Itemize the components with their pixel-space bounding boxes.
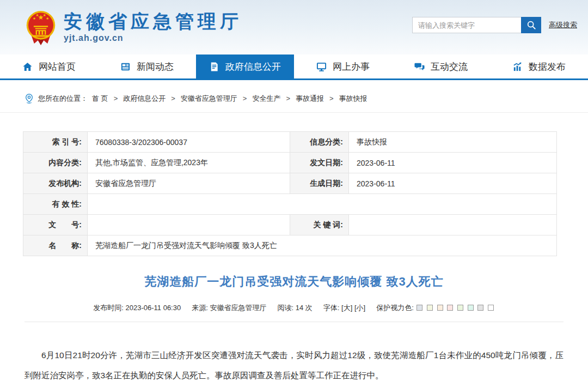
table-row: 发布机构: 安徽省应急管理厅 生成日期: 2023-06-11 — [23, 173, 557, 194]
table-row: 名 称: 芜湖造船厂一龙门吊受强对流天气影响倾覆 致3人死亡 — [23, 235, 557, 256]
search-input[interactable] — [412, 17, 521, 33]
table-row: 有 效 性: — [23, 194, 557, 215]
field-label-validity: 有 效 性: — [23, 194, 88, 215]
chart-icon — [512, 62, 523, 72]
brand-text: 安徽省应急管理厅 yjt.ah.gov.cn — [64, 11, 242, 43]
eye-protection-color-swatch[interactable] — [457, 305, 463, 311]
nav-item-label: 新闻动态 — [137, 61, 174, 73]
svg-text:★: ★ — [36, 13, 39, 17]
site-title: 安徽省应急管理厅 — [64, 11, 242, 32]
breadcrumb-item-gov-info[interactable]: 政府信息公开 — [123, 94, 166, 104]
nav-item-home[interactable]: 网站首页 — [0, 55, 98, 78]
advanced-search-link[interactable]: 高级搜索 — [549, 20, 577, 30]
article-title: 芜湖造船厂一龙门吊受强对流天气影响倾覆 致3人死亡 — [0, 274, 588, 290]
view-count-value: 14 — [296, 304, 303, 312]
content-divider — [24, 322, 564, 322]
document-info-table: 索 引 号: 76080338-3/202306-00037 信息分类: 事故快… — [23, 131, 557, 256]
breadcrumb-prefix: 您所在的位置： — [38, 94, 88, 104]
breadcrumb-item-department[interactable]: 安徽省应急管理厅 — [181, 94, 237, 104]
breadcrumb-separator: > — [114, 94, 118, 102]
field-value-title: 芜湖造船厂一龙门吊受强对流天气影响倾覆 致3人死亡 — [88, 235, 557, 256]
nav-item-interaction[interactable]: 互动交流 — [392, 55, 490, 78]
breadcrumb-item-accident-bulletin[interactable]: 事故快报 — [339, 94, 367, 104]
breadcrumb-item-accident-report[interactable]: 事故通报 — [296, 94, 324, 104]
table-row: 索 引 号: 76080338-3/202306-00037 信息分类: 事故快… — [23, 132, 557, 153]
search-area: 高级搜索 — [412, 17, 577, 33]
breadcrumb-item-safety[interactable]: 安全生产 — [252, 94, 280, 104]
publish-time-value: 2023-06-11 06:30 — [126, 304, 181, 312]
source-value: 安徽省应急管理厅 — [210, 304, 266, 312]
document-icon — [209, 62, 219, 72]
field-label-publisher: 发布机构: — [23, 173, 88, 194]
field-label-info-category: 信息分类: — [290, 132, 349, 153]
field-value-keywords — [349, 215, 557, 235]
breadcrumb-separator: > — [171, 94, 175, 102]
eye-protection-label: 保护视力色: — [376, 304, 414, 312]
publish-time: 发布时间: 2023-06-11 06:30 — [93, 303, 181, 313]
breadcrumb-separator: > — [329, 94, 334, 102]
breadcrumb: 您所在的位置： 首 页 > 政府信息公开 > 安徽省应急管理厅 > 安全生产 >… — [0, 80, 588, 113]
field-value-index-no: 76080338-3/202306-00037 — [88, 132, 290, 153]
source: 来源: 安徽省应急管理厅 — [192, 303, 266, 313]
article-meta: 发布时间: 2023-06-11 06:30 来源: 安徽省应急管理厅 阅读: … — [0, 303, 588, 313]
field-value-content-category: 其他,市场监管、应急管理,2023年 — [88, 153, 290, 173]
font-size-label: 字体: — [323, 304, 340, 312]
page: ★ ★ ★ ★ ★ 安徽省应急管理厅 yjt.ah.gov.cn — [0, 0, 588, 387]
field-label-content-category: 内容分类: — [23, 153, 88, 173]
news-icon — [120, 62, 131, 72]
view-count: 阅读: 14 次 — [277, 303, 312, 313]
eye-protection-color-swatch[interactable] — [416, 305, 422, 311]
field-label-issue-date: 发文日期: — [290, 153, 349, 173]
nav-item-label: 互动交流 — [431, 61, 468, 73]
nav-item-news[interactable]: 新闻动态 — [98, 55, 196, 78]
breadcrumb-separator: > — [286, 94, 290, 102]
publish-time-label: 发布时间: — [93, 304, 124, 312]
table-row: 文 号: 关 键 词: — [23, 215, 557, 235]
field-label-index-no: 索 引 号: — [23, 132, 88, 153]
table-row: 内容分类: 其他,市场监管、应急管理,2023年 发文日期: 2023-06-1… — [23, 153, 557, 173]
site-url: yjt.ah.gov.cn — [64, 33, 242, 43]
font-smaller-button[interactable]: [小] — [354, 304, 365, 312]
main-nav: 网站首页 新闻动态 政府信息公开 — [0, 55, 588, 80]
breadcrumb-item-home[interactable]: 首 页 — [92, 94, 108, 104]
nav-item-online-services[interactable]: 网上办事 — [294, 55, 392, 78]
field-label-created-date: 生成日期: — [290, 173, 349, 194]
eye-protection-color-swatch[interactable] — [468, 305, 474, 311]
national-emblem-icon: ★ ★ ★ ★ ★ — [24, 10, 57, 46]
eye-protection-color-swatch[interactable] — [447, 305, 453, 311]
font-larger-button[interactable]: [大] — [341, 304, 352, 312]
nav-item-label: 网上办事 — [333, 61, 370, 73]
field-value-doc-number — [88, 215, 290, 235]
field-value-created-date: 2023-06-11 — [349, 173, 557, 194]
site-banner: ★ ★ ★ ★ ★ 安徽省应急管理厅 yjt.ah.gov.cn — [0, 0, 588, 55]
field-label-doc-number: 文 号: — [23, 215, 88, 235]
chat-icon — [414, 62, 425, 72]
view-count-label: 阅读: — [277, 304, 293, 312]
font-size-controls: 字体: [大] [小] — [323, 303, 365, 313]
eye-protection-color-swatch[interactable] — [437, 305, 443, 311]
location-pin-icon — [24, 93, 34, 104]
monitor-icon — [316, 62, 327, 72]
field-value-validity — [88, 194, 557, 215]
field-label-keywords: 关 键 词: — [290, 215, 349, 235]
source-label: 来源: — [192, 304, 208, 312]
eye-protection-color-swatch[interactable] — [427, 305, 433, 311]
nav-item-label: 数据发布 — [529, 61, 566, 73]
article-body: 6月10日21时20分许，芜湖市三山经济开发区突遭强对流天气袭击，实时风力超过1… — [24, 345, 564, 385]
field-value-publisher: 安徽省应急管理厅 — [88, 173, 290, 194]
field-label-title: 名 称: — [23, 235, 88, 256]
home-icon — [22, 62, 33, 72]
search-button[interactable] — [521, 17, 541, 33]
field-value-issue-date: 2023-06-11 — [349, 153, 557, 173]
view-count-unit: 次 — [305, 304, 313, 312]
nav-item-gov-info[interactable]: 政府信息公开 — [196, 55, 294, 78]
nav-item-data[interactable]: 数据发布 — [490, 55, 588, 78]
site-logo-link[interactable]: ★ ★ ★ ★ ★ 安徽省应急管理厅 yjt.ah.gov.cn — [24, 9, 242, 46]
eye-protection-color-swatch[interactable] — [488, 305, 494, 311]
eye-protection-colors: 保护视力色: — [376, 303, 495, 313]
field-value-info-category: 事故快报 — [349, 132, 557, 153]
eye-protection-color-swatch[interactable] — [477, 305, 483, 311]
nav-item-label: 网站首页 — [39, 61, 76, 73]
nav-item-label: 政府信息公开 — [225, 61, 281, 73]
breadcrumb-separator: > — [243, 94, 247, 102]
